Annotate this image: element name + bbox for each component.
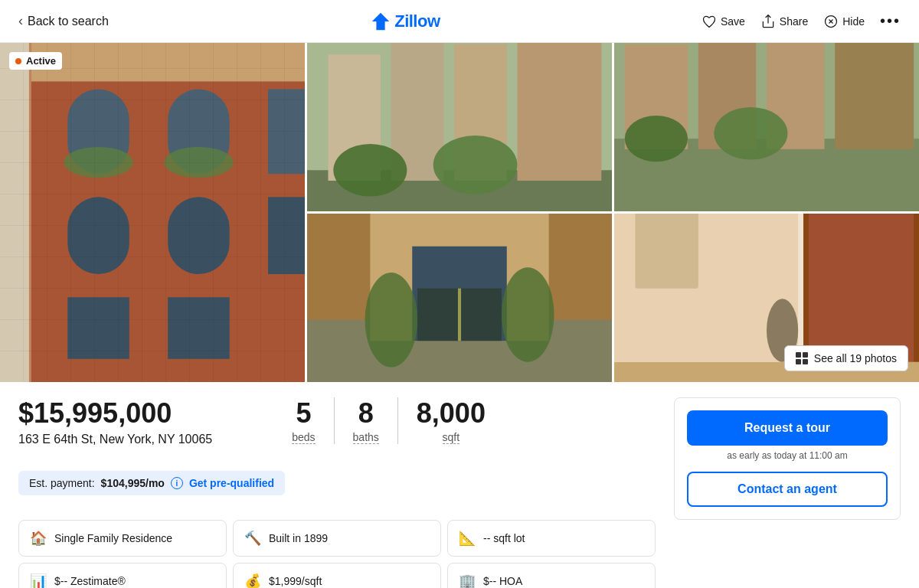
see-all-photos-button[interactable]: See all 19 photos: [784, 345, 908, 371]
tour-panel-inner: Request a tour as early as today at 11:0…: [674, 397, 901, 520]
svg-point-17: [164, 147, 234, 178]
get-prequalified-button[interactable]: Get pre-qualified: [189, 477, 274, 489]
detail-label-1: Built in 1899: [269, 532, 328, 544]
more-options-button[interactable]: •••: [880, 12, 901, 30]
svg-rect-7: [31, 43, 305, 81]
request-tour-button[interactable]: Request a tour: [687, 410, 888, 446]
stats-container: 5 beds 8 baths 8,000 sqft: [273, 397, 504, 444]
detail-card-3: 📊 $-- Zestimate®: [18, 563, 227, 588]
save-button[interactable]: Save: [702, 14, 745, 29]
est-payment-bar: Est. payment: $104,995/mo i Get pre-qual…: [18, 471, 285, 495]
header: ‹ Back to search Zillow Save Share Hide …: [0, 0, 919, 43]
svg-rect-5: [31, 43, 305, 382]
svg-point-33: [714, 107, 787, 160]
photo-top-right[interactable]: [307, 43, 612, 211]
detail-card-0: 🏠 Single Family Residence: [18, 520, 227, 557]
photo-tr-svg: [307, 43, 612, 211]
photo-bottom-right[interactable]: [307, 214, 612, 382]
sqft-stat: 8,000 sqft: [398, 397, 504, 444]
main-content: $15,995,000 163 E 64th St, New York, NY …: [0, 382, 919, 588]
hide-icon: [823, 14, 839, 29]
photo-top-far-right[interactable]: [614, 43, 919, 211]
logo-text: Zillow: [394, 11, 440, 31]
svg-point-25: [433, 136, 518, 194]
photo-grid: Active: [0, 43, 919, 382]
sqft-value: 8,000: [417, 397, 486, 430]
detail-label-2: -- sqft lot: [483, 532, 525, 544]
back-label: Back to search: [28, 15, 109, 28]
detail-icon-0: 🏠: [30, 530, 47, 547]
header-actions: Save Share Hide •••: [702, 12, 901, 30]
svg-rect-4: [0, 43, 29, 382]
hide-button[interactable]: Hide: [823, 14, 865, 29]
detail-icon-1: 🔨: [244, 530, 261, 547]
share-icon: [760, 14, 776, 29]
sqft-label: sqft: [443, 431, 460, 444]
main-photo[interactable]: Active: [0, 43, 305, 382]
active-dot-icon: [15, 58, 21, 64]
svg-rect-3: [0, 43, 305, 382]
detail-label-3: $-- Zestimate®: [54, 575, 126, 587]
detail-card-2: 📐 -- sqft lot: [447, 520, 656, 557]
est-payment-label: Est. payment:: [29, 477, 95, 489]
svg-rect-48: [635, 214, 698, 289]
hide-label: Hide: [842, 15, 865, 28]
svg-rect-8: [67, 89, 129, 174]
grid-icon: [796, 352, 808, 364]
photo-mr-svg: [614, 43, 919, 211]
listing-price: $15,995,000: [18, 397, 212, 430]
contact-agent-button[interactable]: Contact an agent: [687, 472, 888, 507]
svg-point-16: [64, 147, 133, 178]
svg-rect-14: [67, 297, 129, 359]
detail-icon-2: 📐: [459, 530, 476, 547]
svg-rect-9: [168, 89, 230, 174]
baths-label: baths: [353, 431, 379, 444]
detail-icon-3: 📊: [30, 573, 47, 588]
detail-icon-4: 💰: [244, 573, 261, 588]
see-all-label: See all 19 photos: [814, 352, 897, 364]
detail-card-4: 💰 $1,999/sqft: [233, 563, 441, 588]
tour-panel: Request a tour as early as today at 11:0…: [674, 397, 901, 588]
svg-rect-10: [268, 89, 305, 174]
main-photo-svg: [0, 43, 305, 382]
detail-label-5: $-- HOA: [483, 575, 522, 587]
baths-stat: 8 baths: [335, 397, 398, 444]
svg-rect-12: [168, 197, 230, 274]
svg-point-40: [365, 273, 417, 368]
share-button[interactable]: Share: [760, 14, 808, 29]
listing-address: 163 E 64th St, New York, NY 10065: [18, 433, 212, 446]
detail-cards: 🏠 Single Family Residence 🔨 Built in 189…: [18, 520, 656, 588]
beds-value: 5: [296, 397, 311, 430]
price-stats-row: $15,995,000 163 E 64th St, New York, NY …: [18, 397, 656, 459]
svg-rect-11: [67, 197, 129, 274]
svg-point-32: [625, 116, 688, 162]
zillow-z-icon: [370, 11, 391, 32]
svg-point-24: [333, 144, 407, 197]
back-chevron-icon: ‹: [18, 13, 23, 29]
beds-stat: 5 beds: [273, 397, 334, 444]
back-to-search[interactable]: ‹ Back to search: [18, 13, 109, 29]
detail-label-4: $1,999/sqft: [269, 575, 322, 587]
zillow-logo[interactable]: Zillow: [370, 11, 440, 32]
baths-value: 8: [358, 397, 374, 430]
detail-card-5: 🏢 $-- HOA: [447, 563, 656, 588]
info-icon[interactable]: i: [171, 477, 183, 489]
tour-subtitle: as early as today at 11:00 am: [687, 450, 888, 461]
price-info: $15,995,000 163 E 64th St, New York, NY …: [18, 397, 212, 459]
svg-rect-13: [268, 197, 305, 274]
photo-br-svg: [307, 214, 612, 382]
save-label: Save: [721, 15, 745, 28]
est-payment-value: $104,995/mo: [101, 477, 165, 489]
share-label: Share: [780, 15, 808, 28]
svg-rect-31: [835, 43, 914, 149]
heart-icon: [702, 14, 717, 29]
detail-card-1: 🔨 Built in 1899: [233, 520, 441, 557]
detail-icon-5: 🏢: [459, 573, 476, 588]
svg-rect-23: [517, 43, 601, 181]
listing-details: $15,995,000 163 E 64th St, New York, NY …: [18, 397, 656, 588]
active-badge: Active: [9, 52, 62, 70]
detail-label-0: Single Family Residence: [54, 532, 172, 544]
photo-interior[interactable]: See all 19 photos: [614, 214, 919, 382]
svg-rect-15: [168, 297, 230, 359]
active-label: Active: [26, 55, 56, 67]
